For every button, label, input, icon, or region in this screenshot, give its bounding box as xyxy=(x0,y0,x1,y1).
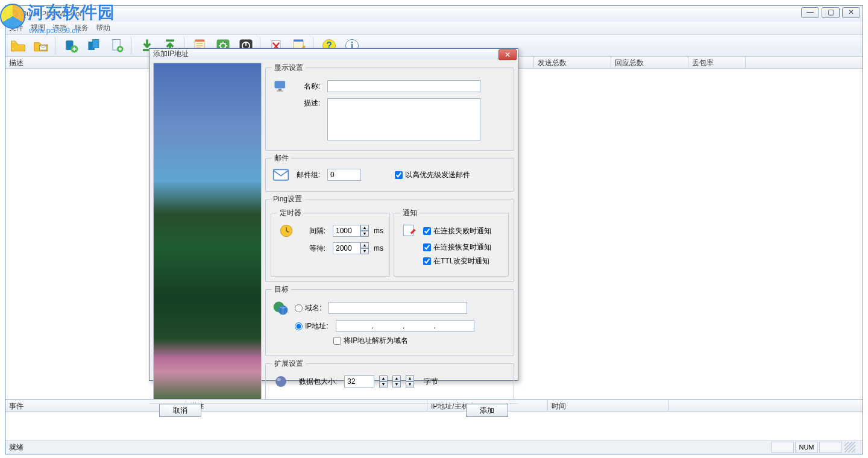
wait-input[interactable] xyxy=(333,242,360,254)
dialog-title: 添加IP地址 xyxy=(153,49,189,59)
status-seg3 xyxy=(819,442,842,453)
mail-icon xyxy=(272,168,289,181)
name-input[interactable] xyxy=(327,80,480,92)
menu-service[interactable]: 服务 xyxy=(74,23,89,33)
fieldset-target: 目标 域名: IP地址: 将IP地址解析为域名 xyxy=(265,284,514,356)
menu-file[interactable]: 文件 xyxy=(9,23,24,33)
size-up2[interactable]: ▲ xyxy=(392,375,401,381)
svg-point-32 xyxy=(277,378,281,381)
size-down2[interactable]: ▼ xyxy=(392,381,401,387)
clock-icon xyxy=(278,223,294,239)
svg-rect-5 xyxy=(92,39,99,48)
interval-up[interactable]: ▲ xyxy=(360,225,369,231)
size-up1[interactable]: ▲ xyxy=(379,375,388,381)
fieldset-notify: 通知 在连接失败时通知 在连接恢复时通知 在TTL改变时通知 xyxy=(394,208,509,277)
fieldset-extended: 扩展设置 数据包大小: ▲▼ ▲▼ ▲▼ 字节 xyxy=(265,359,514,400)
col-loss[interactable]: 丢包率 xyxy=(688,57,746,68)
fieldset-display: 显示设置 名称: 描述: xyxy=(265,63,514,151)
packet-size-input[interactable] xyxy=(344,375,374,387)
ip-input[interactable] xyxy=(336,320,474,332)
monitor-icon xyxy=(272,78,289,95)
copy-host-icon[interactable] xyxy=(84,36,104,55)
add-host-icon[interactable] xyxy=(61,36,81,55)
svg-point-0 xyxy=(10,10,18,18)
resize-grip[interactable] xyxy=(844,442,855,453)
fieldset-ping: Ping设置 定时器 间隔: ▲▼ ms 等待: ▲▼ xyxy=(265,194,514,282)
svg-rect-11 xyxy=(195,39,204,42)
domain-input[interactable] xyxy=(329,302,467,314)
menu-help[interactable]: 帮助 xyxy=(96,23,110,33)
resolve-checkbox[interactable]: 将IP地址解析为域名 xyxy=(333,336,408,346)
add-button[interactable]: 添加 xyxy=(466,404,508,417)
fieldset-timer: 定时器 间隔: ▲▼ ms 等待: ▲▼ ms xyxy=(271,208,390,277)
ip-radio[interactable]: IP地址: xyxy=(295,321,329,331)
svg-point-31 xyxy=(275,376,286,387)
col-event-time[interactable]: 时间 xyxy=(548,400,668,411)
dialog-decorative-image xyxy=(153,63,262,400)
desc-textarea[interactable] xyxy=(327,98,480,140)
dialog-close-button[interactable]: ✕ xyxy=(498,49,517,60)
menubar: 文件 视图 选项 服务 帮助 xyxy=(5,22,863,35)
sphere-icon xyxy=(273,374,289,389)
app-icon xyxy=(9,9,19,19)
status-seg1 xyxy=(771,442,794,453)
ms-unit2: ms xyxy=(374,244,383,253)
wait-label: 等待: xyxy=(300,243,326,254)
svg-rect-25 xyxy=(277,90,283,92)
open-folder-icon[interactable] xyxy=(8,36,28,55)
packet-size-label: 数据包大小: xyxy=(295,377,337,387)
domain-radio[interactable]: 域名: xyxy=(295,303,321,313)
notify-ttl-checkbox[interactable]: 在TTL改变时通知 xyxy=(423,256,489,266)
mail-folder-icon[interactable] xyxy=(31,36,51,55)
interval-down[interactable]: ▼ xyxy=(360,231,369,237)
window-title: Quick Ping Monitor xyxy=(21,10,82,18)
notify-fail-checkbox[interactable]: 在连接失败时通知 xyxy=(423,226,491,236)
name-label: 名称: xyxy=(295,81,320,92)
svg-rect-24 xyxy=(278,89,281,90)
menu-options[interactable]: 选项 xyxy=(52,23,67,33)
cancel-button[interactable]: 取消 xyxy=(159,404,201,417)
desc-label: 描述: xyxy=(295,98,320,108)
size-down1[interactable]: ▼ xyxy=(379,381,388,387)
status-num: NUM xyxy=(795,442,818,453)
minimize-button[interactable]: — xyxy=(801,7,819,18)
globe-icon xyxy=(272,300,289,316)
col-sent[interactable]: 发送总数 xyxy=(534,57,611,68)
mail-group-label: 邮件组: xyxy=(295,170,320,180)
svg-rect-23 xyxy=(275,81,286,88)
add-page-icon[interactable] xyxy=(107,36,127,55)
wait-down[interactable]: ▼ xyxy=(360,248,369,254)
col-extra[interactable] xyxy=(746,57,863,68)
svg-rect-26 xyxy=(274,169,289,180)
dialog-footer: 取消 添加 xyxy=(149,403,518,417)
dialog-titlebar[interactable]: 添加IP地址 ✕ xyxy=(149,49,518,59)
bytes-unit: 字节 xyxy=(424,377,438,387)
wait-up[interactable]: ▲ xyxy=(360,242,369,248)
titlebar[interactable]: Quick Ping Monitor — ▢ ✕ xyxy=(5,6,863,22)
svg-rect-18 xyxy=(294,39,303,42)
svg-rect-9 xyxy=(166,39,174,42)
interval-label: 间隔: xyxy=(300,226,326,236)
status-ready: 就绪 xyxy=(9,442,24,453)
size-down3[interactable]: ▼ xyxy=(406,381,414,387)
interval-input[interactable] xyxy=(333,225,360,237)
add-ip-dialog: 添加IP地址 ✕ 显示设置 名称: 描述: 邮件 xyxy=(149,48,518,381)
col-recv[interactable]: 回应总数 xyxy=(611,57,688,68)
size-up3[interactable]: ▲ xyxy=(406,375,414,381)
col-event-extra[interactable] xyxy=(668,400,863,411)
note-icon xyxy=(401,223,417,239)
menu-view[interactable]: 视图 xyxy=(31,23,45,33)
fieldset-mail: 邮件 邮件组: 以高优先级发送邮件 xyxy=(265,153,514,192)
statusbar: 就绪 NUM xyxy=(5,441,863,454)
mail-group-input[interactable] xyxy=(327,169,361,181)
ms-unit: ms xyxy=(374,227,383,235)
mail-priority-checkbox[interactable]: 以高优先级发送邮件 xyxy=(395,170,470,180)
maximize-button[interactable]: ▢ xyxy=(822,7,840,18)
close-button[interactable]: ✕ xyxy=(842,7,860,18)
notify-recover-checkbox[interactable]: 在连接恢复时通知 xyxy=(423,242,491,253)
